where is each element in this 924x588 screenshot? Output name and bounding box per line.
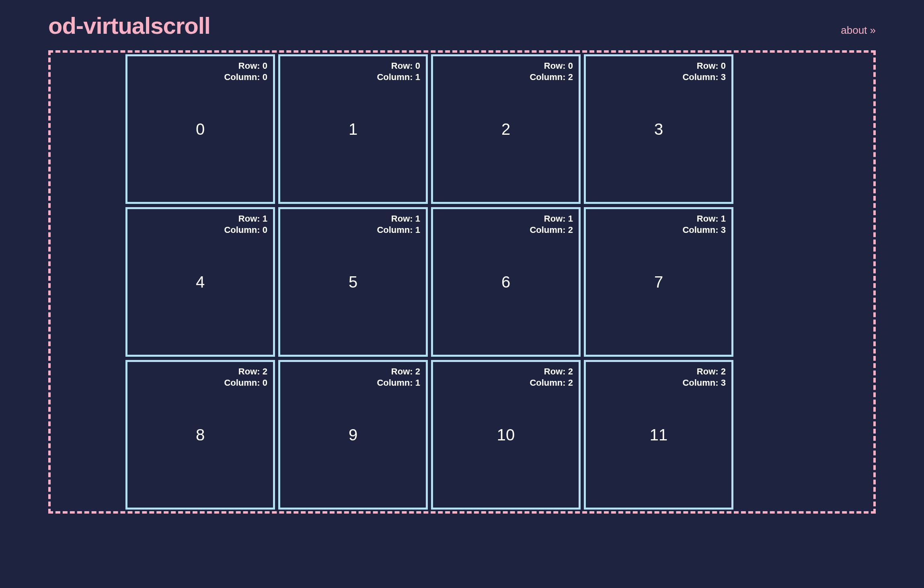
grid-cell: Row: 2 Column: 0 8	[125, 360, 275, 510]
cell-index: 7	[654, 273, 663, 291]
grid-cell: Row: 1 Column: 3 7	[584, 207, 733, 357]
page-title: od-virtualscroll	[48, 12, 210, 39]
virtualscroll-viewport[interactable]: Row: 0 Column: 0 0 Row: 0 Column: 1 1 Ro…	[48, 50, 876, 514]
cell-meta: Row: 1 Column: 3	[682, 213, 726, 235]
cell-col-label: Column: 3	[682, 377, 726, 389]
cell-meta: Row: 2 Column: 3	[682, 366, 726, 388]
grid-row: Row: 2 Column: 0 8 Row: 2 Column: 1 9 Ro…	[125, 360, 873, 510]
cell-meta: Row: 1 Column: 0	[224, 213, 267, 235]
cell-index: 3	[654, 120, 663, 138]
cell-row-label: Row: 2	[377, 366, 420, 377]
cell-col-label: Column: 0	[224, 72, 267, 83]
grid-cell: Row: 0 Column: 1 1	[278, 54, 428, 204]
cell-row-label: Row: 2	[224, 366, 267, 377]
cell-row-label: Row: 1	[377, 213, 420, 224]
cell-meta: Row: 2 Column: 2	[530, 366, 573, 388]
cell-row-label: Row: 2	[682, 366, 726, 377]
cell-meta: Row: 2 Column: 1	[377, 366, 420, 388]
grid-cell: Row: 2 Column: 1 9	[278, 360, 428, 510]
cell-col-label: Column: 0	[224, 224, 267, 236]
cell-row-label: Row: 0	[377, 60, 420, 72]
grid-cell: Row: 1 Column: 2 6	[431, 207, 581, 357]
cell-index: 1	[349, 120, 357, 138]
grid-cell: Row: 1 Column: 0 4	[125, 207, 275, 357]
cell-col-label: Column: 2	[530, 377, 573, 389]
cell-meta: Row: 0 Column: 1	[377, 60, 420, 82]
cell-col-label: Column: 1	[377, 377, 420, 389]
cell-col-label: Column: 1	[377, 72, 420, 83]
cell-row-label: Row: 0	[530, 60, 573, 72]
cell-row-label: Row: 1	[224, 213, 267, 224]
grid-cell: Row: 0 Column: 2 2	[431, 54, 581, 204]
cell-index: 5	[349, 273, 357, 291]
about-link[interactable]: about »	[841, 24, 876, 37]
cell-meta: Row: 0 Column: 0	[224, 60, 267, 82]
cell-index: 9	[349, 426, 357, 444]
grid-cell: Row: 2 Column: 3 11	[584, 360, 733, 510]
grid-row: Row: 0 Column: 0 0 Row: 0 Column: 1 1 Ro…	[125, 54, 873, 204]
grid-cell: Row: 0 Column: 3 3	[584, 54, 733, 204]
cell-index: 8	[196, 426, 205, 444]
cell-row-label: Row: 0	[682, 60, 726, 72]
virtualscroll-content: Row: 0 Column: 0 0 Row: 0 Column: 1 1 Ro…	[51, 54, 873, 510]
cell-row-label: Row: 1	[530, 213, 573, 224]
cell-index: 4	[196, 273, 205, 291]
cell-meta: Row: 2 Column: 0	[224, 366, 267, 388]
cell-index: 11	[650, 426, 668, 444]
cell-meta: Row: 1 Column: 2	[530, 213, 573, 235]
cell-col-label: Column: 1	[377, 224, 420, 236]
cell-meta: Row: 1 Column: 1	[377, 213, 420, 235]
cell-index: 2	[501, 120, 510, 138]
cell-col-label: Column: 3	[682, 224, 726, 236]
header: od-virtualscroll about »	[48, 12, 876, 39]
cell-row-label: Row: 1	[682, 213, 726, 224]
cell-row-label: Row: 0	[224, 60, 267, 72]
cell-col-label: Column: 2	[530, 72, 573, 83]
grid-cell: Row: 0 Column: 0 0	[125, 54, 275, 204]
grid-row: Row: 1 Column: 0 4 Row: 1 Column: 1 5 Ro…	[125, 207, 873, 357]
cell-col-label: Column: 3	[682, 72, 726, 83]
cell-index: 6	[501, 273, 510, 291]
grid-cell: Row: 2 Column: 2 10	[431, 360, 581, 510]
cell-col-label: Column: 0	[224, 377, 267, 389]
cell-index: 10	[497, 426, 515, 444]
cell-meta: Row: 0 Column: 3	[682, 60, 726, 82]
cell-meta: Row: 0 Column: 2	[530, 60, 573, 82]
cell-col-label: Column: 2	[530, 224, 573, 236]
cell-index: 0	[196, 120, 205, 138]
cell-row-label: Row: 2	[530, 366, 573, 377]
grid-cell: Row: 1 Column: 1 5	[278, 207, 428, 357]
